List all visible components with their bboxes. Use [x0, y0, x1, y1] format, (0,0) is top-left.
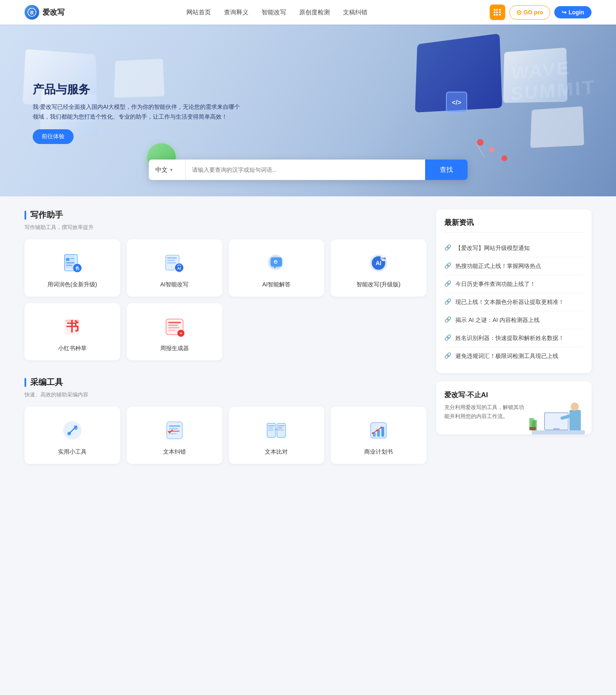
left-panel: 写作助手 写作辅助工具，撰写效率提升 [25, 209, 426, 480]
svg-rect-60 [381, 427, 384, 436]
logo-icon: 改 [25, 5, 39, 20]
login-label: Login [569, 9, 584, 16]
tool-word-color[interactable]: 色 用词润色(全新升级) [25, 239, 120, 297]
search-input[interactable] [186, 160, 425, 180]
nav-query[interactable]: 查询释义 [224, 9, 249, 16]
grid-button[interactable] [490, 4, 505, 20]
news-text-5: 姓名识别利器：快速提取和解析姓名数据！ [455, 334, 564, 342]
news-item-3[interactable]: 🔗 现已上线！文本颜色分析器让提取更精准！ [444, 293, 583, 311]
tool-practical[interactable]: 实用小工具 [25, 407, 120, 464]
go-pro-button[interactable]: ⊙ GO pro [509, 5, 550, 20]
promo-illustration [528, 385, 585, 434]
lang-label: 中文 [155, 166, 168, 174]
tool-text-compare[interactable]: 文本比对 [229, 407, 325, 464]
hero-description: 我·爱改写已经全面接入国内AI大模型，作为你的智能伙伴，无论您的需求来自哪个领域… [33, 102, 245, 122]
login-button[interactable]: ↪ Login [554, 6, 591, 18]
tool-weekly-report-label: 周报生成器 [160, 345, 189, 352]
mining-tools-section: 采编工具 快速、高效的辅助采编内容 [25, 377, 426, 464]
svg-rect-13 [167, 257, 177, 259]
svg-point-61 [372, 432, 374, 434]
news-text-0: 【爱改写】网站升级模型通知 [455, 244, 530, 252]
svg-rect-8 [66, 258, 69, 261]
news-item-5[interactable]: 🔗 姓名识别利器：快速提取和解析姓名数据！ [444, 329, 583, 347]
text-error-icon [162, 418, 187, 443]
nav-rewrite[interactable]: 智能改写 [262, 9, 286, 16]
link-icon-4: 🔗 [444, 316, 451, 323]
nav-proofread[interactable]: 文稿纠错 [343, 9, 367, 16]
search-button[interactable]: 查找 [425, 160, 468, 180]
svg-rect-34 [168, 322, 181, 323]
svg-rect-42 [167, 422, 182, 439]
tool-text-proofread-label: 文本纠错 [163, 448, 186, 456]
news-item-4[interactable]: 🔗 揭示 AI 之谜：AI 内容检测器上线 [444, 311, 583, 329]
promo-box: 爱改写·不止AI 充分利用爱改写的工具，解锁其功能并利用您的内容工作流。 [436, 381, 591, 434]
svg-rect-36 [168, 327, 179, 328]
news-item-2[interactable]: 🔗 今日历史事件查询功能上线了！ [444, 275, 583, 293]
blue-bar-icon [25, 211, 26, 220]
tool-practical-label: 实用小工具 [58, 448, 87, 456]
news-item-0[interactable]: 🔗 【爱改写】网站升级模型通知 [444, 239, 583, 257]
svg-text:AI: AI [376, 260, 381, 266]
link-icon-6: 🔗 [444, 352, 451, 359]
svg-rect-31 [65, 320, 80, 322]
search-bar: 中文 ▾ 查找 [149, 160, 468, 180]
svg-text:AI: AI [177, 266, 181, 270]
svg-text:✦: ✦ [179, 331, 182, 335]
writing-subtitle: 写作辅助工具，撰写效率提升 [25, 224, 426, 231]
nav-home[interactable]: 网站首页 [186, 9, 211, 16]
svg-rect-35 [168, 325, 178, 326]
blue-bar-icon-2 [25, 378, 26, 387]
nav-originality[interactable]: 原创度检测 [299, 9, 330, 16]
svg-rect-9 [71, 258, 74, 259]
hero-title: 产品与服务 [33, 82, 245, 97]
mining-tools-title: 采编工具 [25, 377, 426, 388]
nav-links: 网站首页 查询释义 智能改写 原创度检测 文稿纠错 [186, 9, 367, 16]
ai-rewrite-icon: AI [162, 251, 187, 275]
link-icon-1: 🔗 [444, 262, 451, 269]
tool-word-color-label: 用词润色(全新升级) [47, 281, 97, 288]
writing-tools-title: 写作助手 [25, 209, 426, 220]
svg-rect-44 [169, 425, 180, 427]
hero-section: WAVESUMMIT </> 产品与服务 我·爱改写已经全面接入国内AI大模型，… [0, 25, 616, 196]
writing-tools-grid: 色 用词润色(全新升级) [25, 239, 426, 360]
go-icon: ⊙ [516, 9, 522, 16]
writing-tools-section: 写作助手 写作辅助工具，撰写效率提升 [25, 209, 426, 360]
tool-smart-rewrite[interactable]: AI 升级 智能改写(升级版) [331, 239, 426, 297]
promo-text: 充分利用爱改写的工具，解锁其功能并利用您的内容工作流。 [444, 403, 526, 421]
weekly-report-icon: ✦ [162, 315, 187, 339]
mining-section-label: 采编工具 [30, 377, 63, 388]
hero-cta-button[interactable]: 前往体验 [33, 129, 74, 144]
business-plan-icon [366, 418, 391, 443]
tool-smart-rewrite-label: 智能改写(升级版) [356, 281, 400, 288]
svg-point-63 [381, 427, 382, 428]
svg-rect-37 [168, 330, 175, 331]
tool-weekly-report[interactable]: ✦ 周报生成器 [127, 303, 222, 360]
news-box: 最新资讯 🔗 【爱改写】网站升级模型通知 🔗 热搜功能正式上线！掌握网络热点 🔗… [436, 209, 591, 373]
language-selector[interactable]: 中文 ▾ [149, 160, 186, 180]
news-text-4: 揭示 AI 之谜：AI 内容检测器上线 [455, 316, 540, 324]
svg-text:改: 改 [30, 10, 34, 15]
news-text-2: 今日历史事件查询功能上线了！ [455, 280, 535, 288]
writing-doc-icon: 色 [60, 251, 85, 275]
tool-ai-rewrite[interactable]: AI AI智能改写 [127, 239, 222, 297]
logo-text: 爱改写 [43, 7, 65, 17]
tool-business-plan-label: 商业计划书 [364, 448, 393, 456]
svg-rect-15 [167, 262, 176, 263]
tools-wrench-icon [60, 418, 85, 443]
tool-ai-answer-label: AI智能解答 [262, 281, 291, 288]
go-pro-label: GO pro [524, 9, 543, 16]
tool-ai-answer[interactable]: AI AI智能解答 [229, 239, 325, 297]
svg-rect-14 [167, 260, 175, 261]
svg-text:升级: 升级 [381, 257, 386, 260]
link-icon-3: 🔗 [444, 298, 451, 305]
news-item-6[interactable]: 🔗 避免违规词汇！极限词检测工具现已上线 [444, 347, 583, 365]
hero-content: 产品与服务 我·爱改写已经全面接入国内AI大模型，作为你的智能伙伴，无论您的需求… [33, 82, 245, 144]
tool-text-proofread[interactable]: 文本纠错 [127, 407, 222, 464]
svg-point-62 [376, 430, 378, 431]
mining-subtitle: 快速、高效的辅助采编内容 [25, 391, 426, 398]
nav-actions: ⊙ GO pro ↪ Login [490, 4, 591, 20]
logo[interactable]: 改 爱改写 [25, 5, 65, 20]
tool-xiaohongshu[interactable]: 书 小红书种草 [25, 303, 120, 360]
tool-business-plan[interactable]: 商业计划书 [331, 407, 426, 464]
news-item-1[interactable]: 🔗 热搜功能正式上线！掌握网络热点 [444, 257, 583, 275]
